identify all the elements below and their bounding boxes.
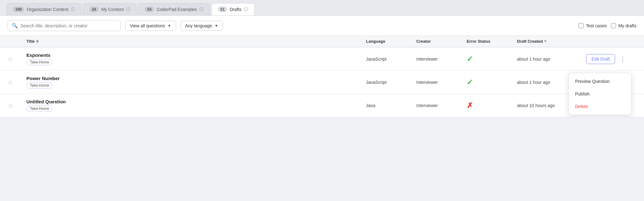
test-cases-label: Test cases: [586, 23, 607, 28]
view-filter-arrow-icon: ▼: [168, 24, 171, 28]
row-error-3: ✗: [467, 101, 517, 110]
col-error-header: Error Status: [467, 39, 517, 44]
tab-label-org: Organization Content: [27, 7, 68, 12]
star-icon-1[interactable]: ☆: [8, 56, 13, 62]
view-filter-label: View all questions: [130, 23, 165, 28]
cross-icon-3: ✗: [467, 101, 473, 110]
my-drafts-checkbox[interactable]: [611, 23, 616, 28]
row-tag-1: Take-Home: [26, 59, 53, 65]
tab-org-content[interactable]: 349 Organization Content ⓘ: [6, 3, 81, 15]
row-tag-3: Take-Home: [26, 106, 53, 112]
language-filter-dropdown[interactable]: Any language ▼: [180, 21, 223, 31]
more-menu-button-1[interactable]: ⋮: [618, 54, 628, 64]
search-box[interactable]: 🔍: [8, 20, 121, 31]
star-icon-3[interactable]: ☆: [8, 102, 13, 109]
table-row: ☆ Power Number Take-Home JavaScript Inte…: [0, 71, 644, 94]
edit-draft-button-1[interactable]: Edit Draft: [586, 54, 615, 64]
col-title: Title: [26, 39, 366, 44]
col-draft-label: Draft Created: [517, 39, 543, 44]
row-creator-2: Interviewer: [416, 80, 467, 85]
row-lang-3: Java: [366, 103, 416, 108]
col-creator-header: Creator: [416, 39, 467, 44]
tab-badge-drafts: 51: [218, 7, 227, 12]
tab-label-drafts: Drafts: [230, 7, 241, 12]
tab-info-drafts: ⓘ: [244, 7, 248, 12]
tab-badge-my: 34: [89, 7, 98, 12]
row-lang-2: JavaScript: [366, 80, 416, 85]
my-drafts-label: My drafts: [618, 23, 636, 28]
actions-cell-1: Edit Draft ⋮ Preview Question Publish De…: [586, 54, 636, 64]
tab-badge-coder: 54: [145, 7, 154, 12]
tab-my-content[interactable]: 34 My Content ⓘ: [83, 3, 137, 15]
my-drafts-checkbox-label[interactable]: My drafts: [611, 23, 636, 28]
row-error-2: ✓: [467, 78, 517, 87]
tab-info-org: ⓘ: [71, 7, 75, 12]
col-star: [8, 39, 26, 44]
star-cell-1[interactable]: ☆: [8, 55, 26, 63]
title-cell-1: Exponents Take-Home: [26, 52, 366, 65]
table-row: ☆ Exponents Take-Home JavaScript Intervi…: [0, 47, 644, 71]
language-filter-label: Any language: [185, 23, 212, 28]
language-filter-arrow-icon: ▼: [214, 24, 218, 28]
context-menu-preview[interactable]: Preview Question: [569, 75, 631, 88]
tab-info-my: ⓘ: [126, 7, 130, 12]
table-row: ☆ Untitled Question Take-Home Java Inter…: [0, 94, 644, 117]
col-language-header: Language: [366, 39, 416, 44]
toolbar: 🔍 View all questions ▼ Any language ▼ Te…: [0, 16, 644, 36]
title-cell-3: Untitled Question Take-Home: [26, 99, 366, 112]
tab-info-coder: ⓘ: [199, 7, 203, 12]
search-icon: 🔍: [12, 23, 18, 29]
draft-sort-icon[interactable]: [544, 41, 547, 42]
row-lang-1: JavaScript: [366, 57, 416, 62]
draft-sort-down-icon: [544, 41, 547, 42]
row-creator-3: Interviewer: [416, 103, 467, 108]
star-cell-2[interactable]: ☆: [8, 79, 26, 86]
row-title-1: Exponents: [26, 52, 366, 58]
tab-coderpad[interactable]: 54 CoderPad Examples ⓘ: [138, 3, 210, 15]
tabs-bar: 349 Organization Content ⓘ 34 My Content…: [0, 0, 644, 16]
test-cases-checkbox-label[interactable]: Test cases: [579, 23, 607, 28]
test-cases-checkbox[interactable]: [579, 23, 584, 28]
search-input[interactable]: [20, 23, 117, 28]
tab-badge-org: 349: [13, 7, 24, 12]
row-draft-1: about 1 hour ago: [517, 57, 586, 62]
tab-label-coder: CoderPad Examples: [157, 7, 197, 12]
col-draft-header: Draft Created: [517, 39, 586, 44]
context-menu: Preview Question Publish Delete: [569, 73, 631, 115]
star-icon-2[interactable]: ☆: [8, 79, 13, 86]
table-wrapper: Title Language Creator Error Status Draf…: [0, 36, 644, 117]
row-tag-2: Take-Home: [26, 82, 53, 89]
col-actions-header: [586, 39, 636, 44]
tab-label-my: My Content: [101, 7, 124, 12]
star-cell-3[interactable]: ☆: [8, 102, 26, 109]
context-menu-delete[interactable]: Delete: [569, 100, 631, 113]
row-error-1: ✓: [467, 55, 517, 63]
title-sort-icon[interactable]: [36, 40, 39, 43]
context-menu-publish[interactable]: Publish: [569, 88, 631, 100]
row-title-3: Untitled Question: [26, 99, 366, 104]
sort-up-icon: [36, 40, 39, 41]
col-title-label: Title: [26, 39, 35, 44]
check-icon-2: ✓: [467, 78, 473, 86]
tab-drafts[interactable]: 51 Drafts ⓘ: [211, 3, 255, 15]
view-filter-dropdown[interactable]: View all questions ▼: [125, 21, 176, 31]
sort-down-icon: [36, 41, 39, 43]
row-title-2: Power Number: [26, 76, 366, 81]
row-creator-1: Interviewer: [416, 57, 467, 62]
title-cell-2: Power Number Take-Home: [26, 76, 366, 89]
check-icon-1: ✓: [467, 55, 473, 63]
table-header: Title Language Creator Error Status Draf…: [0, 36, 644, 47]
